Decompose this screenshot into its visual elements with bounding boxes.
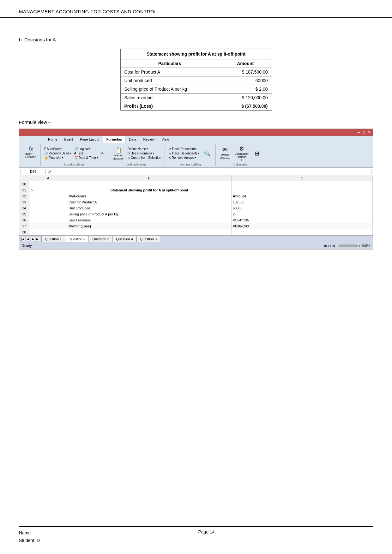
autosum-btn[interactable]: Σ AutoSum ▾ — [43, 147, 72, 151]
next-sheet-btn[interactable]: ▶ — [31, 237, 35, 241]
more-functions-arrow: ▾ — [103, 152, 105, 155]
prev-sheet-btn[interactable]: ◀ — [26, 237, 30, 241]
sheet-tab-q1[interactable]: Question 1 — [41, 236, 65, 242]
sheet-tab-q3[interactable]: Question 3 — [89, 236, 112, 242]
zoom-out-btn[interactable]: − — [336, 244, 338, 248]
trace-dependents-label: Trace Dependents — [172, 152, 197, 155]
sheet-tab-q4[interactable]: Question 4 — [113, 236, 136, 242]
formula-view-label: Formula view – — [19, 119, 373, 125]
show-formulas-btn[interactable]: 🔍 — [202, 149, 213, 158]
zoom-control: − + 100% — [336, 244, 370, 248]
name-manager-btn[interactable]: 📋 NameManager — [111, 146, 125, 161]
tab-view[interactable]: View — [158, 136, 172, 143]
cell-a35[interactable] — [29, 211, 67, 217]
logical-btn[interactable]: 🔗 Logical ▾ — [73, 147, 99, 151]
zoom-bar[interactable] — [339, 244, 358, 247]
calculation-options-btn[interactable]: ⚙ CalculationOptions ▾ — [233, 144, 250, 162]
trace-precedents-btn[interactable]: ↗ Trace Precedents — [167, 147, 200, 151]
close-btn[interactable]: ✕ — [368, 130, 371, 135]
footer-name: Name — [19, 529, 40, 537]
view-page-break-btn[interactable]: ⊠ — [332, 244, 335, 248]
cell-c35[interactable]: 2 — [232, 211, 373, 217]
text-label: Text — [77, 152, 83, 155]
cell-c31[interactable] — [232, 187, 373, 193]
cell-c36[interactable]: =C34*C35 — [232, 217, 373, 223]
use-in-formula-btn[interactable]: fx Use in Formula ▾ — [127, 151, 162, 155]
financial-label: Financial — [49, 156, 61, 160]
cell-b38[interactable] — [67, 229, 232, 235]
cell-c30[interactable] — [232, 181, 373, 187]
minimize-btn[interactable]: ─ — [358, 130, 360, 135]
maximize-btn[interactable]: □ — [363, 130, 365, 135]
cell-b30[interactable] — [67, 181, 232, 187]
date-time-arrow: ▾ — [97, 156, 98, 159]
first-sheet-btn[interactable]: |◀ — [21, 237, 25, 241]
calculation-options-label: CalculationOptions — [234, 152, 249, 159]
remove-arrows-icon: ✕ — [168, 156, 171, 160]
col-header-particulars: Particulars — [120, 59, 219, 68]
col-header-a[interactable]: A — [29, 175, 67, 181]
footer-page: Page 14 — [198, 529, 214, 534]
cell-a34[interactable] — [29, 205, 67, 211]
recently-used-btn[interactable]: 🔗 Recently Used ▾ — [43, 151, 72, 155]
trace-dependents-btn[interactable]: ↘ Trace Dependents ▾ — [167, 151, 200, 155]
cell-b33[interactable]: Cost for Product A — [67, 199, 232, 205]
cell-c37[interactable]: =C36-C33 — [232, 223, 373, 229]
cell-c38[interactable] — [232, 229, 373, 235]
watch-window-btn[interactable]: 👁 WatchWindow — [218, 146, 232, 161]
cell-a38[interactable] — [29, 229, 67, 235]
ready-label: Ready — [22, 244, 32, 248]
cell-a36[interactable] — [29, 217, 67, 223]
tab-home[interactable]: Home — [45, 136, 61, 143]
text-arrow: ▾ — [83, 152, 85, 155]
cell-b36[interactable]: Sales revenue — [67, 217, 232, 223]
cell-a33[interactable] — [29, 199, 67, 205]
more-functions-btn[interactable]: θ ▾ — [100, 151, 106, 155]
last-sheet-btn[interactable]: ▶| — [36, 237, 40, 241]
cell-a30[interactable] — [29, 181, 67, 187]
col-header-b[interactable]: B — [67, 175, 232, 181]
remove-arrows-btn[interactable]: ✕ Remove Arrows ▾ — [167, 156, 200, 160]
row-header-31: 31 — [19, 187, 29, 193]
date-time-btn[interactable]: 📅 Date & Time ▾ — [73, 156, 99, 160]
name-box[interactable] — [21, 169, 46, 174]
define-name-btn[interactable]: Define Name ▾ — [127, 147, 162, 151]
tab-page-layout[interactable]: Page Layout — [76, 136, 103, 143]
insert-function-btn[interactable]: fx InsertFunction — [24, 144, 38, 160]
excel-container: ─ □ ✕ Home Insert Page Layout Formulas D… — [19, 129, 373, 250]
sheet-tab-q2[interactable]: Question 2 — [65, 236, 89, 242]
sheet-tab-q5[interactable]: Question 5 — [136, 236, 160, 242]
cell-c33[interactable]: 187500 — [232, 199, 373, 205]
cell-a37[interactable] — [29, 223, 67, 229]
view-normal-btn[interactable]: ⊞ — [324, 244, 327, 248]
tab-formulas[interactable]: Formulas — [103, 136, 126, 143]
cell-a32[interactable] — [29, 193, 67, 199]
table-row: 33 Cost for Product A 187500 — [19, 199, 373, 205]
cell-b32[interactable]: Particulars — [67, 193, 232, 199]
defined-names-buttons: 📋 NameManager Define Name ▾ fx Use in Fo… — [111, 144, 162, 162]
tab-data[interactable]: Data — [125, 136, 140, 143]
cell-b37[interactable]: Profit / (Loss) — [67, 223, 232, 229]
text-btn[interactable]: A Text ▾ — [73, 151, 99, 155]
formula-input[interactable] — [55, 169, 371, 174]
calculate-now-btn[interactable]: ⊞ — [251, 149, 263, 158]
use-in-formula-arrow: ▾ — [153, 152, 154, 155]
cell-c32[interactable]: Amount — [232, 193, 373, 199]
col-header-c[interactable]: C — [232, 175, 373, 181]
cell-b34[interactable]: Unit produced — [67, 205, 232, 211]
defined-names-label: Defined Names — [127, 162, 146, 166]
financial-btn[interactable]: 💰 Financial ▾ — [43, 156, 72, 160]
tab-review[interactable]: Review — [140, 136, 158, 143]
zoom-in-btn[interactable]: + — [359, 244, 360, 248]
corner-header — [19, 175, 29, 181]
trace-dependents-arrow: ▾ — [198, 152, 199, 155]
create-from-selection-btn[interactable]: ⊞ Create from Selection — [127, 156, 162, 160]
tab-insert[interactable]: Insert — [61, 136, 76, 143]
view-layout-btn[interactable]: ⊟ — [328, 244, 331, 248]
cell-b31[interactable]: Statement showing profit for A at split-… — [67, 187, 232, 193]
cell-a31[interactable]: b. — [29, 187, 67, 193]
cell-b35[interactable]: Selling price of Product A per kg — [67, 211, 232, 217]
define-name-label: Define Name — [128, 147, 146, 151]
cell-c34[interactable]: 60000 — [232, 205, 373, 211]
row-header-33: 33 — [19, 199, 29, 205]
